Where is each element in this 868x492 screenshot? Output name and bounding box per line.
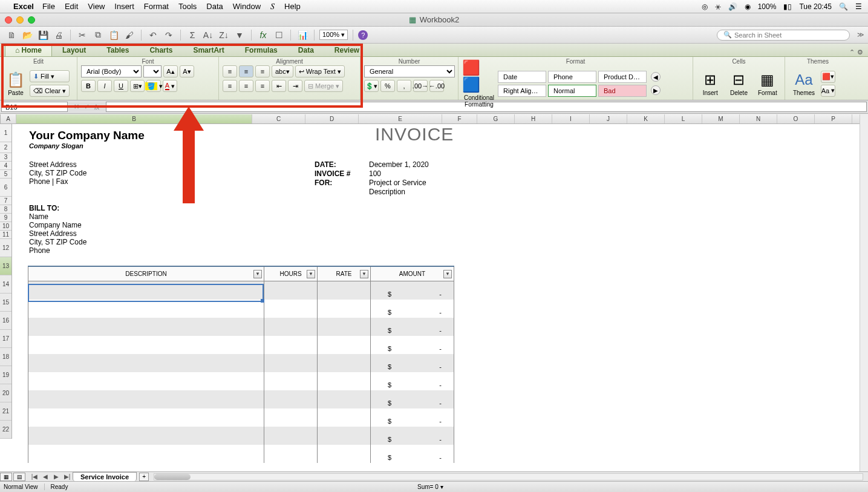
table-row[interactable]: $-	[28, 408, 454, 427]
tab-home[interactable]: ⌂ Home	[5, 44, 52, 56]
tab-layout[interactable]: Layout	[52, 44, 96, 56]
font-size-select[interactable]: 11	[143, 65, 162, 77]
table-row[interactable]: $-	[28, 300, 454, 318]
menu-window[interactable]: Window	[233, 2, 261, 11]
format-painter-icon[interactable]: 🖌	[123, 28, 136, 42]
filter-icon[interactable]: ▼	[360, 270, 368, 278]
wifi-icon[interactable]: ◉	[745, 2, 751, 11]
styles-scroll-left[interactable]: ◀	[651, 72, 661, 82]
ribbon-options-icon[interactable]: ⚙	[857, 48, 863, 56]
grow-font-button[interactable]: A▴	[163, 65, 178, 77]
style-normal[interactable]: Normal	[548, 85, 596, 97]
row-header-7[interactable]: 7	[0, 197, 11, 205]
bluetooth-icon[interactable]: ⚹	[715, 2, 721, 11]
italic-button[interactable]: I	[97, 80, 112, 92]
font-name-select[interactable]: Arial (Body)	[81, 65, 142, 77]
chart-icon[interactable]: 📊	[296, 28, 309, 42]
tab-nav-last[interactable]: ▶|	[62, 473, 73, 480]
row-header-3[interactable]: 3	[0, 153, 11, 162]
name-box[interactable]	[1, 102, 68, 112]
table-row[interactable]: $-	[28, 354, 454, 372]
tab-nav-prev[interactable]: ◀	[40, 473, 51, 480]
menu-tools[interactable]: Tools	[178, 2, 197, 11]
row-header-1[interactable]: 1	[0, 124, 11, 142]
fx-icon[interactable]: fx	[256, 28, 270, 42]
col-header-A[interactable]: A	[1, 114, 16, 123]
row-header-2[interactable]: 2	[0, 142, 11, 153]
add-sheet-button[interactable]: +	[139, 473, 149, 481]
row-header-9[interactable]: 9	[0, 214, 11, 222]
print-icon[interactable]: 🖨	[52, 28, 65, 42]
font-color-button[interactable]: A▾	[163, 80, 177, 92]
close-button[interactable]	[5, 16, 12, 24]
tab-nav-first[interactable]: |◀	[29, 473, 40, 480]
menu-extras-icon[interactable]: ☰	[855, 2, 862, 11]
theme-fonts-button[interactable]: Aa▾	[821, 85, 835, 97]
save-icon[interactable]: 💾	[36, 28, 50, 42]
th-hours[interactable]: HOURS▼	[264, 266, 318, 281]
table-row[interactable]: $-	[28, 336, 454, 354]
col-header-P[interactable]: P	[815, 114, 852, 123]
clock[interactable]: Tue 20:45	[799, 2, 832, 11]
th-amount[interactable]: AMOUNT▼	[371, 266, 454, 281]
grid-content[interactable]: Your Company Name Company Slogan Street …	[12, 124, 868, 471]
row-header-13[interactable]: 13	[0, 257, 11, 275]
normal-view-button[interactable]: ▦	[0, 473, 12, 481]
sheet-tab-active[interactable]: Service Invoice	[73, 472, 137, 481]
col-header-I[interactable]: I	[552, 114, 590, 123]
row-header-8[interactable]: 8	[0, 205, 11, 214]
row-header-19[interactable]: 19	[0, 366, 11, 384]
menu-data[interactable]: Data	[206, 2, 223, 11]
menu-file[interactable]: File	[42, 2, 55, 11]
accept-formula-icon[interactable]: ✓	[84, 103, 90, 111]
number-format-select[interactable]: General	[364, 65, 455, 77]
row-header-16[interactable]: 16	[0, 312, 11, 330]
cancel-formula-icon[interactable]: ✕	[74, 103, 79, 111]
row-header-5[interactable]: 5	[0, 170, 11, 179]
conditional-formatting-button[interactable]: 🟥🟦 Conditional Formatting	[462, 65, 496, 102]
tab-charts[interactable]: Charts	[139, 44, 183, 56]
open-icon[interactable]: 📂	[21, 28, 34, 42]
tab-review[interactable]: Review	[324, 44, 370, 56]
sort-desc-icon[interactable]: Z↓	[217, 28, 230, 42]
align-bottom-button[interactable]: ≡	[255, 65, 270, 77]
align-left-button[interactable]: ≡	[223, 80, 237, 92]
paste-button[interactable]: 📋 Paste	[4, 65, 28, 102]
row-header-20[interactable]: 20	[0, 384, 11, 402]
theme-colors-button[interactable]: 🟥▾	[821, 71, 835, 83]
vertical-scrollbar[interactable]	[860, 114, 868, 471]
redo-icon[interactable]: ↷	[162, 28, 175, 42]
page-layout-button[interactable]: ▤	[13, 473, 25, 481]
sort-asc-icon[interactable]: A↓	[201, 28, 215, 42]
th-rate[interactable]: RATE▼	[318, 266, 371, 281]
autosum-icon[interactable]: Σ	[186, 28, 199, 42]
menu-view[interactable]: View	[88, 2, 105, 11]
comma-button[interactable]: ,	[397, 80, 411, 92]
col-header-B[interactable]: B	[16, 114, 252, 123]
row-header-18[interactable]: 18	[0, 348, 11, 366]
row-header-17[interactable]: 17	[0, 330, 11, 348]
scripts-icon[interactable]: 𝑆	[270, 1, 275, 11]
tab-formulas[interactable]: Formulas	[235, 44, 288, 56]
col-header-E[interactable]: E	[359, 114, 442, 123]
cc-icon[interactable]: ◎	[702, 2, 708, 11]
fx-formula-icon[interactable]: fx	[94, 103, 100, 111]
minimize-button[interactable]	[16, 16, 24, 24]
filter-icon[interactable]: ▼	[253, 270, 262, 278]
maximize-button[interactable]	[28, 16, 35, 24]
fill-button[interactable]: ⬇Fill ▾	[30, 70, 70, 82]
volume-icon[interactable]: 🔊	[728, 2, 737, 11]
tab-tables[interactable]: Tables	[96, 44, 139, 56]
cut-icon[interactable]: ✂	[76, 28, 89, 42]
menu-help[interactable]: Help	[284, 2, 301, 11]
zoom-level[interactable]: 100% ▾	[319, 30, 348, 40]
col-header-K[interactable]: K	[627, 114, 665, 123]
menu-format[interactable]: Format	[144, 2, 169, 11]
indent-dec-button[interactable]: ⇤	[272, 80, 286, 92]
col-header-H[interactable]: H	[515, 114, 552, 123]
tab-data[interactable]: Data	[288, 44, 324, 56]
spotlight-icon[interactable]: 🔍	[839, 2, 848, 11]
align-center-button[interactable]: ≡	[239, 80, 253, 92]
fill-color-button[interactable]: 🪣▾	[146, 80, 161, 92]
search-input[interactable]	[734, 31, 843, 39]
